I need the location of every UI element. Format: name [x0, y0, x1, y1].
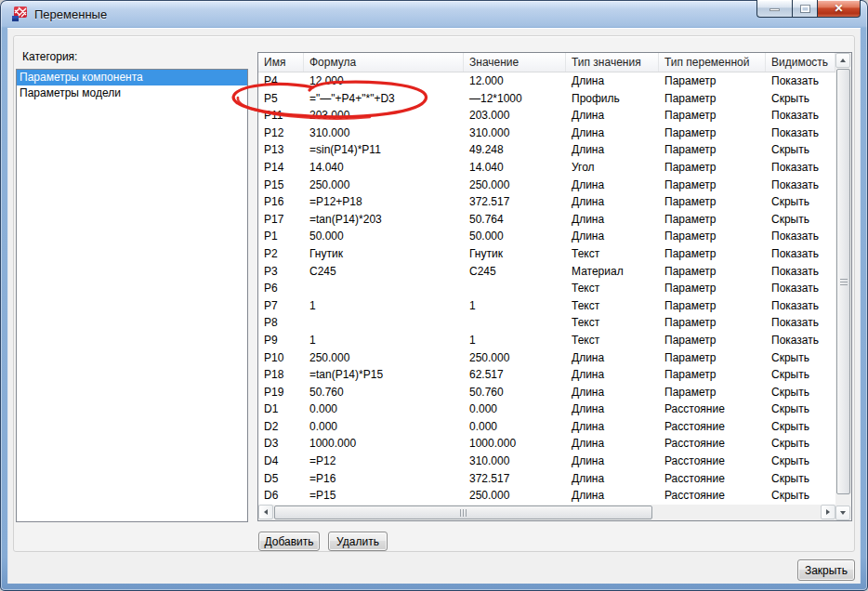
vertical-scrollbar[interactable]	[835, 53, 851, 520]
arrow-left-icon	[264, 509, 268, 515]
table-row[interactable]: D3 1000.000 1000.000 Длина Расстояние Ск…	[258, 435, 835, 453]
cell-formula: =P12+P18	[304, 193, 464, 211]
table-row[interactable]: P15 250.000 250.000 Длина Параметр Показ…	[258, 177, 835, 194]
cell-name: P17	[258, 211, 304, 229]
cell-value-type: Профиль	[566, 90, 659, 108]
table-row[interactable]: D6 =P15 250.000 Длина Расстояние Скрыть	[258, 487, 835, 505]
table-row[interactable]: D2 0.000 0.000 Длина Расстояние Скрыть	[258, 418, 835, 436]
scroll-left-button[interactable]	[258, 505, 273, 519]
table-row[interactable]: P16 =P12+P18 372.517 Длина Параметр Скры…	[258, 193, 835, 211]
column-header[interactable]: Формула	[304, 53, 464, 72]
cell-visibility: Скрыть	[766, 435, 835, 453]
title-bar[interactable]: Переменные	[0, 0, 868, 28]
table-row[interactable]: P18 =tan(P14)*P15 62.517 Длина Параметр …	[258, 366, 835, 384]
table-row[interactable]: P2 Гнутик Гнутик Текст Параметр Показать	[258, 245, 835, 263]
cell-formula: =P15	[304, 487, 464, 505]
close-window-button[interactable]: ✕	[818, 0, 861, 18]
arrow-right-icon	[826, 509, 830, 515]
table-row[interactable]: P8 Текст Параметр Показать	[258, 314, 835, 332]
cell-variable-type: Параметр	[659, 263, 766, 281]
cell-name: P18	[258, 366, 304, 384]
cell-visibility: Скрыть	[766, 193, 835, 211]
cell-formula: 1000.000	[304, 435, 464, 453]
category-listbox[interactable]: Параметры компонентаПараметры модели	[16, 69, 248, 522]
cell-value-type: Длина	[566, 418, 659, 436]
cell-value: 372.517	[464, 470, 566, 488]
table-grid: ИмяФормулаЗначениеТип значенияТип переме…	[258, 53, 835, 505]
scroll-up-button[interactable]	[835, 53, 850, 68]
column-header[interactable]: Видимость	[766, 53, 835, 72]
maximize-button[interactable]	[792, 0, 818, 18]
cell-visibility: Скрыть	[766, 384, 835, 401]
table-row[interactable]: P5 ="—"+P4+"*"+D3 —12*1000 Профиль Парам…	[258, 90, 835, 108]
cell-formula: Гнутик	[304, 245, 464, 263]
cell-variable-type: Параметр	[659, 384, 766, 401]
cell-value: 310.000	[464, 125, 566, 142]
variables-table-body: P4 12.000 12.000 Длина Параметр Показать…	[258, 72, 835, 505]
column-header[interactable]: Значение	[464, 53, 566, 72]
cell-value-type: Длина	[566, 453, 659, 470]
cell-name: P5	[258, 90, 304, 108]
cell-formula: 14.040	[304, 159, 464, 177]
app-icon	[11, 6, 28, 22]
column-header[interactable]: Имя	[258, 53, 304, 72]
column-header[interactable]: Тип значения	[566, 53, 659, 72]
minimize-button[interactable]	[756, 0, 792, 18]
cell-variable-type: Параметр	[659, 125, 766, 142]
table-row[interactable]: P1 50.000 50.000 Длина Параметр Показать	[258, 228, 835, 245]
table-row[interactable]: D5 =P16 372.517 Длина Расстояние Скрыть	[258, 470, 835, 488]
cell-visibility: Показать	[766, 332, 835, 349]
table-row[interactable]: P11 203.000 203.000 Длина Параметр Показ…	[258, 107, 835, 125]
cell-value-type: Текст	[566, 314, 659, 332]
cell-name: P7	[258, 297, 304, 315]
window-controls: ✕	[756, 0, 861, 18]
cell-value-type: Текст	[566, 245, 659, 263]
cell-value-type: Длина	[566, 435, 659, 453]
cell-variable-type: Расстояние	[659, 401, 766, 418]
table-row[interactable]: D1 0.000 0.000 Длина Расстояние Скрыть	[258, 401, 835, 418]
delete-button[interactable]: Удалить	[328, 532, 388, 551]
cell-visibility: Показать	[766, 177, 835, 194]
cell-name: P15	[258, 177, 304, 194]
table-row[interactable]: P3 C245 C245 Материал Параметр Показать	[258, 263, 835, 281]
category-label: Категория:	[22, 50, 77, 63]
cell-variable-type: Параметр	[659, 314, 766, 332]
table-row[interactable]: P9 1 1 Текст Параметр Показать	[258, 332, 835, 349]
table-header: ИмяФормулаЗначениеТип значенияТип переме…	[258, 53, 835, 72]
horizontal-scrollbar[interactable]	[258, 505, 835, 520]
table-row[interactable]: P13 =sin(P14)*P11 49.248 Длина Параметр …	[258, 141, 835, 159]
cell-formula: 1	[304, 297, 464, 315]
category-item[interactable]: Параметры компонента	[17, 70, 247, 85]
cell-value: 62.517	[464, 366, 566, 384]
table-row[interactable]: P19 50.760 50.760 Длина Параметр Скрыть	[258, 384, 835, 401]
column-header[interactable]: Тип переменной	[659, 53, 766, 72]
table-row[interactable]: P6 Текст Параметр Показать	[258, 280, 835, 297]
close-dialog-button[interactable]: Закрыть	[797, 559, 855, 581]
variables-table: ИмяФормулаЗначениеТип значенияТип переме…	[257, 52, 852, 521]
cell-variable-type: Параметр	[659, 366, 766, 384]
table-row[interactable]: D4 =P12 310.000 Длина Расстояние Скрыть	[258, 453, 835, 470]
table-row[interactable]: P17 =tan(P14)*203 50.764 Длина Параметр …	[258, 211, 835, 229]
scroll-down-button[interactable]	[835, 506, 850, 520]
table-row[interactable]: P14 14.040 14.040 Угол Параметр Показать	[258, 159, 835, 177]
cell-formula: 310.000	[304, 125, 464, 142]
cell-name: D1	[258, 401, 304, 418]
table-row[interactable]: P12 310.000 310.000 Длина Параметр Показ…	[258, 125, 835, 142]
cell-variable-type: Параметр	[659, 211, 766, 229]
cell-value: 14.040	[464, 159, 566, 177]
horizontal-scroll-thumb[interactable]	[274, 506, 652, 519]
table-row[interactable]: P10 250.000 250.000 Длина Параметр Скрыт…	[258, 349, 835, 367]
cell-variable-type: Параметр	[659, 297, 766, 315]
table-row[interactable]: P7 1 1 Текст Параметр Показать	[258, 297, 835, 315]
cell-visibility: Показать	[766, 107, 835, 125]
vertical-scroll-thumb[interactable]	[836, 69, 850, 494]
cell-name: P14	[258, 159, 304, 177]
table-row[interactable]: P4 12.000 12.000 Длина Параметр Показать	[258, 72, 835, 90]
scroll-right-button[interactable]	[821, 505, 835, 519]
cell-variable-type: Параметр	[659, 193, 766, 211]
category-item[interactable]: Параметры модели	[17, 85, 247, 101]
add-button[interactable]: Добавить	[258, 532, 320, 551]
cell-value	[464, 314, 566, 332]
cell-formula: 1	[304, 332, 464, 349]
cell-visibility: Скрыть	[766, 401, 835, 418]
